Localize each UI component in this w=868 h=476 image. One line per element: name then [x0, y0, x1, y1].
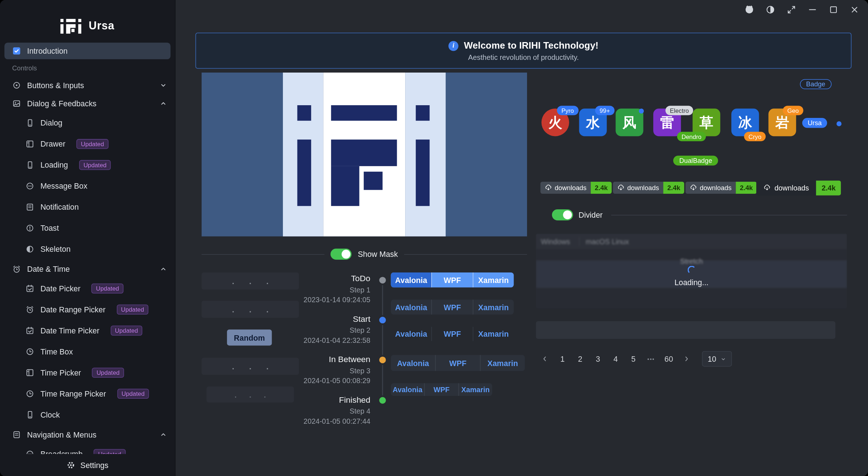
badge-section-pill: Badge	[800, 79, 832, 89]
timeline-time: 2023-01-14 09:24:05	[259, 295, 370, 305]
close-icon[interactable]	[850, 5, 859, 15]
sidebar-item-breadcrumb[interactable]: Breadcrumb Updated	[0, 444, 175, 454]
updated-badge: Updated	[116, 304, 148, 314]
sidebar-item-toast[interactable]: Toast	[0, 218, 175, 239]
github-icon[interactable]	[745, 5, 754, 15]
empty-input-bar[interactable]	[536, 321, 835, 339]
option-xamarin[interactable]: Xamarin	[473, 272, 514, 287]
maximize-icon[interactable]	[829, 5, 838, 15]
theme-toggle-icon[interactable]	[766, 5, 775, 15]
dot-separator: .	[266, 305, 268, 313]
loading-overlay: Loading...	[536, 234, 847, 308]
note-icon	[12, 430, 21, 439]
downloads-badge-large: downloads 2.4k	[756, 181, 841, 196]
toggle-knob	[342, 250, 350, 258]
settings-button[interactable]: Settings	[0, 454, 175, 476]
option-xamarin[interactable]: Xamarin	[480, 355, 525, 371]
sidebar-item-skeleton[interactable]: Skeleton	[0, 239, 175, 260]
timeline-time: 2024-01-05 00:27:44	[259, 416, 370, 426]
segmented-control-dark: Avalonia WPF Xamarin	[391, 300, 514, 315]
option-avalonia[interactable]: Avalonia	[391, 327, 432, 341]
calendar-icon	[25, 284, 34, 293]
page-button-3[interactable]: 3	[590, 351, 606, 367]
updated-badge: Updated	[77, 139, 108, 149]
sidebar-group-date-time[interactable]: Date & Time	[0, 260, 175, 278]
next-page-button[interactable]	[679, 351, 694, 367]
page-button-4[interactable]: 4	[608, 351, 624, 367]
timeline-dot-start	[379, 317, 386, 323]
timeline-line	[382, 283, 383, 397]
sidebar-group-dialog-feedbacks[interactable]: Dialog & Feedbacks	[0, 94, 175, 112]
dot-separator: .	[249, 390, 251, 399]
sidebar-group-navigation-menus[interactable]: Navigation & Menus	[0, 425, 175, 443]
sidebar-item-message-box[interactable]: Message Box	[0, 176, 175, 197]
divider-label: Divider	[579, 210, 603, 219]
page-size-value: 10	[708, 354, 716, 363]
option-wpf[interactable]: WPF	[431, 272, 472, 287]
sidebar-item-time-range-picker[interactable]: Time Range Picker Updated	[0, 383, 175, 404]
cursor-icon	[12, 81, 21, 89]
gear-icon	[66, 461, 75, 469]
option-avalonia[interactable]: Avalonia	[391, 355, 435, 371]
dual-badge-pill: DualBadge	[673, 156, 718, 165]
option-xamarin[interactable]: Xamarin	[458, 383, 492, 396]
downloads-badge: downloads 2.4k	[540, 182, 612, 194]
page-size-select[interactable]: 10	[702, 351, 732, 367]
sidebar-item-introduction[interactable]: Introduction	[4, 43, 170, 60]
timeline-title: In Between	[259, 354, 370, 364]
sidebar-group-buttons-inputs[interactable]: Buttons & Inputs	[0, 76, 175, 94]
minimize-icon[interactable]	[808, 5, 817, 15]
option-avalonia[interactable]: Avalonia	[391, 300, 432, 315]
option-avalonia[interactable]: Avalonia	[391, 272, 432, 287]
dot-separator: .	[232, 305, 234, 313]
segmented-control-solid: Avalonia WPF Xamarin	[391, 272, 514, 287]
option-wpf[interactable]: WPF	[424, 383, 458, 396]
sidebar-item-dialog[interactable]: Dialog	[0, 112, 175, 134]
divider-toggle[interactable]	[552, 209, 573, 221]
page-button-2[interactable]: 2	[572, 351, 588, 367]
page-button-last[interactable]: 60	[661, 351, 676, 367]
prev-page-button[interactable]	[537, 351, 553, 367]
badge-electro: Electro	[666, 106, 694, 115]
sidebar-item-drawer[interactable]: Drawer Updated	[0, 134, 175, 155]
badge-ursa: Ursa	[802, 118, 827, 128]
timeline-step: Finished Step 4 2024-01-05 00:27:44	[259, 395, 370, 426]
cloud-download-icon	[690, 184, 697, 191]
cloud-download-icon	[545, 184, 552, 191]
option-wpf[interactable]: WPF	[431, 300, 472, 315]
show-mask-label: Show Mask	[358, 250, 398, 258]
sidebar-item-time-box[interactable]: Time Box	[0, 341, 175, 362]
sidebar-item-notification[interactable]: Notification	[0, 197, 175, 218]
chevron-up-icon	[160, 431, 167, 438]
sidebar-scroll[interactable]: Ursa Introduction Controls Buttons & Inp…	[0, 0, 175, 454]
sidebar-item-clock[interactable]: Clock	[0, 404, 175, 425]
sidebar-item-date-range-picker[interactable]: Date Range Picker Updated	[0, 299, 175, 320]
timeline-title: Start	[259, 314, 370, 323]
sidebar-item-time-picker[interactable]: Time Picker Updated	[0, 362, 175, 383]
page-ellipsis[interactable]: •••	[643, 351, 659, 367]
updated-badge: Updated	[111, 325, 143, 335]
option-wpf[interactable]: WPF	[435, 355, 480, 371]
sidebar-item-date-time-picker[interactable]: Date Time Picker Updated	[0, 320, 175, 341]
downloads-value: 2.4k	[663, 182, 684, 194]
cloud-download-icon	[617, 184, 625, 191]
fullscreen-icon[interactable]	[787, 5, 796, 15]
sidebar-item-date-picker[interactable]: Date Picker Updated	[0, 278, 175, 299]
show-mask-toggle[interactable]	[331, 249, 352, 260]
sidebar-item-loading[interactable]: Loading Updated	[0, 155, 175, 176]
downloads-value: 2.4k	[736, 182, 757, 194]
option-avalonia[interactable]: Avalonia	[391, 383, 424, 396]
timeline-title: ToDo	[259, 274, 370, 283]
option-xamarin[interactable]: Xamarin	[473, 300, 514, 315]
chevron-up-icon	[160, 265, 167, 272]
option-wpf[interactable]: WPF	[431, 327, 472, 341]
app-title: Ursa	[89, 19, 115, 32]
loading-text: Loading...	[674, 278, 708, 286]
chevron-up-icon	[160, 99, 167, 107]
sidebar: Ursa Introduction Controls Buttons & Inp…	[0, 0, 176, 476]
page-button-1[interactable]: 1	[555, 351, 570, 367]
option-xamarin[interactable]: Xamarin	[473, 327, 514, 341]
page-button-5[interactable]: 5	[626, 351, 641, 367]
datagrid-loading: Windows macOS Linux Stretch Loading...	[536, 234, 847, 308]
alarm-icon	[25, 305, 34, 314]
